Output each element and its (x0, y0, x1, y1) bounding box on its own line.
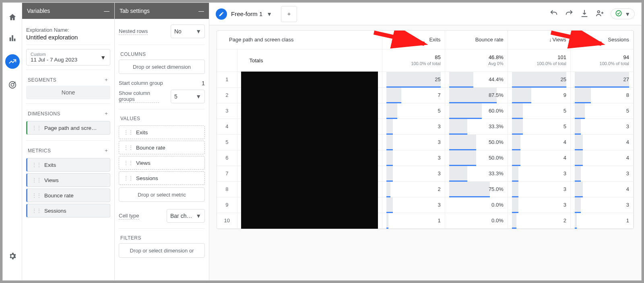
totals-2: 101100.0% of total (508, 49, 570, 72)
col-header-views[interactable]: Views (508, 31, 570, 49)
chip-bounce-rate[interactable]: ⋮⋮Bounce rate (26, 189, 110, 202)
chevron-down-icon: ▼ (196, 93, 201, 100)
tab-settings-header: Tab settings (120, 8, 150, 14)
date-range-select[interactable]: Custom 11 Jul - 7 Aug 2023 ▼ (26, 49, 110, 66)
chip-sessions[interactable]: ⋮⋮Sessions (26, 204, 110, 217)
variables-header: Variables (27, 8, 50, 14)
metrics-label: METRICS (28, 148, 51, 154)
chevron-down-icon: ▼ (100, 54, 106, 61)
minimize-icon[interactable]: — (104, 8, 109, 14)
data-table: Page path and screen class Exits Bounce … (217, 30, 634, 229)
redacted-paths (241, 72, 378, 229)
admin-gear-icon[interactable] (8, 251, 17, 261)
start-column-group-label: Start column group (119, 80, 163, 86)
chevron-down-icon: ▼ (625, 11, 630, 17)
chip-exits[interactable]: ⋮⋮Exits (119, 125, 205, 139)
date-range-value: 11 Jul - 7 Aug 2023 (31, 57, 77, 63)
reports-icon[interactable] (8, 33, 17, 43)
dimension-header[interactable]: Page path and screen class (217, 31, 382, 49)
show-column-groups-select[interactable]: 5▼ (171, 90, 205, 103)
filters-droparea[interactable]: Drop or select dimension or (119, 243, 205, 258)
exploration-name[interactable]: Untitled exploration (26, 34, 110, 41)
redo-icon[interactable] (565, 9, 574, 19)
columns-droparea[interactable]: Drop or select dimension (119, 59, 205, 74)
segments-none[interactable]: None (26, 86, 110, 99)
nested-rows-select[interactable]: No▼ (171, 25, 205, 38)
columns-section-label: COLUMNS (120, 51, 146, 57)
download-icon[interactable] (580, 9, 589, 19)
svg-point-4 (11, 83, 14, 86)
chip-exits[interactable]: ⋮⋮Exits (26, 158, 110, 172)
chevron-down-icon: ▼ (196, 28, 201, 35)
chip-sessions[interactable]: ⋮⋮Sessions (119, 171, 205, 185)
add-metric-button[interactable]: ＋ (104, 147, 109, 154)
start-column-group-value: 1 (202, 80, 205, 86)
nested-rows-label: Nested rows (119, 28, 148, 35)
home-icon[interactable] (8, 12, 17, 22)
check-circle-icon (615, 10, 622, 18)
exploration-name-label: Exploration Name: (26, 27, 110, 33)
cell-type-label: Cell type (119, 213, 139, 219)
svg-rect-2 (14, 39, 15, 41)
chip-views[interactable]: ⋮⋮Views (26, 173, 110, 187)
tab-name: Free-form 1 (231, 10, 262, 17)
date-range-custom: Custom (31, 52, 77, 57)
svg-rect-1 (12, 35, 13, 41)
chevron-down-icon[interactable]: ▼ (266, 11, 272, 17)
grip-icon: ⋮⋮ (123, 175, 133, 181)
undo-icon[interactable] (549, 9, 558, 19)
add-tab-button[interactable]: ＋ (281, 6, 297, 22)
values-droparea[interactable]: Drop or select metric (119, 187, 205, 202)
grip-icon: ⋮⋮ (123, 160, 133, 166)
add-segment-button[interactable]: ＋ (104, 76, 109, 83)
add-dimension-button[interactable]: ＋ (104, 110, 109, 117)
chevron-down-icon: ▼ (196, 213, 201, 219)
col-header-sessions[interactable]: Sessions (570, 31, 633, 49)
nav-rail (3, 3, 22, 280)
grip-icon: ⋮⋮ (31, 207, 41, 214)
minimize-icon[interactable]: — (198, 8, 204, 14)
tab-settings-panel: Tab settings — Nested rows No▼ COLUMNS D… (115, 3, 209, 280)
grip-icon: ⋮⋮ (123, 144, 133, 151)
share-icon[interactable] (595, 9, 604, 19)
svg-point-5 (598, 11, 600, 13)
grip-icon: ⋮⋮ (31, 125, 41, 131)
grip-icon: ⋮⋮ (31, 162, 41, 168)
variables-panel: Variables — Exploration Name: Untitled e… (22, 3, 115, 280)
values-section-label: VALUES (120, 116, 140, 121)
dimensions-label: DIMENSIONS (28, 111, 60, 117)
chip-page-path-and-scre-[interactable]: ⋮⋮Page path and scre… (26, 121, 110, 135)
totals-label: Totals (250, 57, 382, 64)
grip-icon: ⋮⋮ (31, 192, 41, 199)
status-indicator[interactable]: ▼ (611, 8, 635, 19)
col-header-bounce[interactable]: Bounce rate (445, 31, 508, 49)
chip-bounce-rate[interactable]: ⋮⋮Bounce rate (119, 141, 205, 154)
svg-rect-0 (9, 37, 11, 41)
explore-canvas: Free-form 1 ▼ ＋ ▼ Page pat (209, 3, 641, 280)
advertising-icon[interactable] (8, 80, 17, 90)
grip-icon: ⋮⋮ (31, 177, 41, 183)
totals-1: 46.8%Avg 0% (445, 49, 508, 72)
explore-icon[interactable] (5, 54, 20, 69)
col-header-exits[interactable]: Exits (382, 31, 445, 49)
grip-icon: ⋮⋮ (123, 129, 133, 135)
edit-icon (216, 8, 227, 20)
chip-views[interactable]: ⋮⋮Views (119, 156, 205, 170)
show-column-groups-label: Show column groups (119, 90, 159, 103)
totals-3: 94100.0% of total (570, 49, 633, 72)
segments-label: SEGMENTS (28, 77, 56, 83)
active-tab[interactable]: Free-form 1 ▼ (216, 8, 272, 20)
filters-section-label: FILTERS (120, 235, 141, 241)
totals-0: 85100.0% of total (382, 49, 445, 72)
cell-type-select[interactable]: Bar ch…▼ (167, 209, 205, 223)
